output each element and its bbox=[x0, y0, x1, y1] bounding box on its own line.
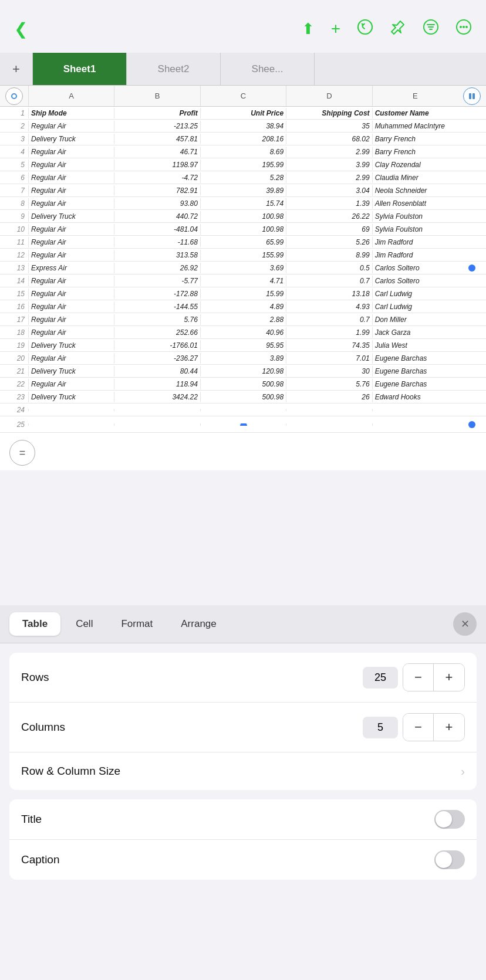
cell[interactable]: Eugene Barchas bbox=[372, 366, 458, 377]
cell[interactable]: -213.25 bbox=[114, 121, 200, 131]
table-row[interactable]: 3 Delivery Truck 457.81 208.16 68.02 Bar… bbox=[0, 133, 486, 145]
cell[interactable] bbox=[114, 409, 200, 411]
cell[interactable]: Carl Ludwig bbox=[372, 301, 458, 312]
cell[interactable]: Regular Air bbox=[28, 160, 114, 170]
cell[interactable]: 2.88 bbox=[200, 314, 286, 325]
col-header-d[interactable]: D bbox=[286, 86, 372, 106]
add-sheet-button[interactable]: + bbox=[0, 53, 33, 85]
cell[interactable]: Muhammed MacIntyre bbox=[372, 121, 458, 131]
cell[interactable]: Delivery Truck bbox=[28, 392, 114, 402]
cell[interactable]: 5.76 bbox=[286, 379, 372, 389]
cell[interactable]: 500.98 bbox=[200, 392, 286, 402]
select-all-button[interactable] bbox=[5, 87, 23, 105]
cell[interactable]: 1.99 bbox=[286, 327, 372, 338]
cell[interactable]: 195.99 bbox=[200, 160, 286, 170]
cell[interactable]: Regular Air bbox=[28, 276, 114, 286]
table-row[interactable]: 19 Delivery Truck -1766.01 95.95 74.35 J… bbox=[0, 339, 486, 352]
table-row[interactable]: 13 Express Air 26.92 3.69 0.5 Carlos Sol… bbox=[0, 262, 486, 274]
tab-table[interactable]: Table bbox=[9, 612, 60, 636]
rows-increment-button[interactable]: + bbox=[434, 664, 464, 691]
cell[interactable]: 3.04 bbox=[286, 185, 372, 196]
cell[interactable]: 68.02 bbox=[286, 134, 372, 144]
cell[interactable]: 3424.22 bbox=[114, 392, 200, 402]
cell[interactable]: 100.98 bbox=[200, 224, 286, 235]
cell[interactable]: Barry French bbox=[372, 147, 458, 157]
col-header-e[interactable]: E bbox=[372, 86, 458, 106]
cell[interactable]: 118.94 bbox=[114, 379, 200, 389]
cell[interactable]: Carlos Soltero bbox=[372, 276, 458, 286]
cell-e1[interactable]: Customer Name bbox=[372, 108, 458, 118]
sheet-tab-sheet3[interactable]: Shee... bbox=[221, 53, 315, 85]
cell[interactable]: Regular Air bbox=[28, 185, 114, 196]
cell[interactable]: Regular Air bbox=[28, 172, 114, 183]
cell[interactable]: 65.99 bbox=[200, 237, 286, 247]
table-row[interactable]: 21 Delivery Truck 80.44 120.98 30 Eugene… bbox=[0, 365, 486, 378]
cell[interactable]: Carlos Soltero bbox=[372, 263, 458, 273]
cell[interactable]: 8.99 bbox=[286, 250, 372, 260]
columns-increment-button[interactable]: + bbox=[434, 714, 464, 741]
cell[interactable]: 4.93 bbox=[286, 301, 372, 312]
cell[interactable]: Regular Air bbox=[28, 289, 114, 299]
selection-handle-bottom-mid[interactable] bbox=[240, 423, 247, 426]
cell[interactable]: 120.98 bbox=[200, 366, 286, 377]
col-header-b[interactable]: B bbox=[114, 86, 200, 106]
table-row[interactable]: 4 Regular Air 46.71 8.69 2.99 Barry Fren… bbox=[0, 145, 486, 158]
cell[interactable]: 3.99 bbox=[286, 160, 372, 170]
table-row[interactable]: 17 Regular Air 5.76 2.88 0.7 Don Miller bbox=[0, 313, 486, 326]
cell[interactable]: 3.89 bbox=[200, 353, 286, 364]
cell[interactable]: Claudia Miner bbox=[372, 172, 458, 183]
pause-button[interactable] bbox=[463, 87, 481, 105]
cell[interactable]: Eugene Barchas bbox=[372, 353, 458, 364]
table-row[interactable]: 5 Regular Air 1198.97 195.99 3.99 Clay R… bbox=[0, 158, 486, 171]
cell[interactable]: Express Air bbox=[28, 263, 114, 273]
cell[interactable]: -11.68 bbox=[114, 237, 200, 247]
cell[interactable]: -481.04 bbox=[114, 224, 200, 235]
cell[interactable]: 0.7 bbox=[286, 314, 372, 325]
undo-button[interactable] bbox=[357, 19, 373, 39]
add-button[interactable]: + bbox=[331, 19, 340, 38]
cell[interactable]: 440.72 bbox=[114, 211, 200, 222]
cell[interactable]: Don Miller bbox=[372, 314, 458, 325]
cell[interactable] bbox=[114, 423, 200, 426]
sheet-tab-sheet1[interactable]: Sheet1 bbox=[33, 53, 127, 85]
sheet-tab-sheet2[interactable]: Sheet2 bbox=[127, 53, 221, 85]
table-row[interactable]: 18 Regular Air 252.66 40.96 1.99 Jack Ga… bbox=[0, 326, 486, 339]
cell[interactable]: Sylvia Foulston bbox=[372, 224, 458, 235]
cell[interactable] bbox=[286, 423, 372, 426]
cell[interactable]: Regular Air bbox=[28, 121, 114, 131]
table-row[interactable]: 9 Delivery Truck 440.72 100.98 26.22 Syl… bbox=[0, 210, 486, 223]
cell[interactable]: 457.81 bbox=[114, 134, 200, 144]
pin-button[interactable] bbox=[390, 19, 406, 39]
tab-cell[interactable]: Cell bbox=[63, 612, 106, 636]
row-column-size-row[interactable]: Row & Column Size › bbox=[9, 752, 477, 790]
cell[interactable]: Jim Radford bbox=[372, 237, 458, 247]
more-button[interactable] bbox=[455, 19, 472, 39]
table-row[interactable]: 14 Regular Air -5.77 4.71 0.7 Carlos Sol… bbox=[0, 274, 486, 287]
rows-decrement-button[interactable]: − bbox=[403, 664, 434, 691]
cell-b1[interactable]: Profit bbox=[114, 108, 200, 118]
tab-format[interactable]: Format bbox=[108, 612, 166, 636]
table-row[interactable]: 11 Regular Air -11.68 65.99 5.26 Jim Rad… bbox=[0, 236, 486, 249]
cell[interactable]: -144.55 bbox=[114, 301, 200, 312]
cell-d1[interactable]: Shipping Cost bbox=[286, 108, 372, 118]
cell[interactable]: 252.66 bbox=[114, 327, 200, 338]
cell[interactable]: 208.16 bbox=[200, 134, 286, 144]
cell[interactable]: 5.76 bbox=[114, 314, 200, 325]
cell[interactable]: Regular Air bbox=[28, 224, 114, 235]
cell[interactable]: Jack Garza bbox=[372, 327, 458, 338]
cell[interactable]: 500.98 bbox=[200, 379, 286, 389]
cell-c1[interactable]: Unit Price bbox=[200, 108, 286, 118]
table-row[interactable]: 10 Regular Air -481.04 100.98 69 Sylvia … bbox=[0, 223, 486, 236]
cell[interactable]: 39.89 bbox=[200, 185, 286, 196]
selection-handle[interactable] bbox=[468, 265, 475, 272]
cell[interactable]: 313.58 bbox=[114, 250, 200, 260]
cell[interactable]: -5.77 bbox=[114, 276, 200, 286]
cell[interactable]: 5.28 bbox=[200, 172, 286, 183]
cell[interactable]: 40.96 bbox=[200, 327, 286, 338]
cell[interactable]: -172.88 bbox=[114, 289, 200, 299]
col-header-a[interactable]: A bbox=[28, 86, 114, 106]
cell[interactable]: Regular Air bbox=[28, 353, 114, 364]
cell[interactable]: Eugene Barchas bbox=[372, 379, 458, 389]
cell[interactable]: 46.71 bbox=[114, 147, 200, 157]
cell[interactable]: 15.74 bbox=[200, 198, 286, 209]
